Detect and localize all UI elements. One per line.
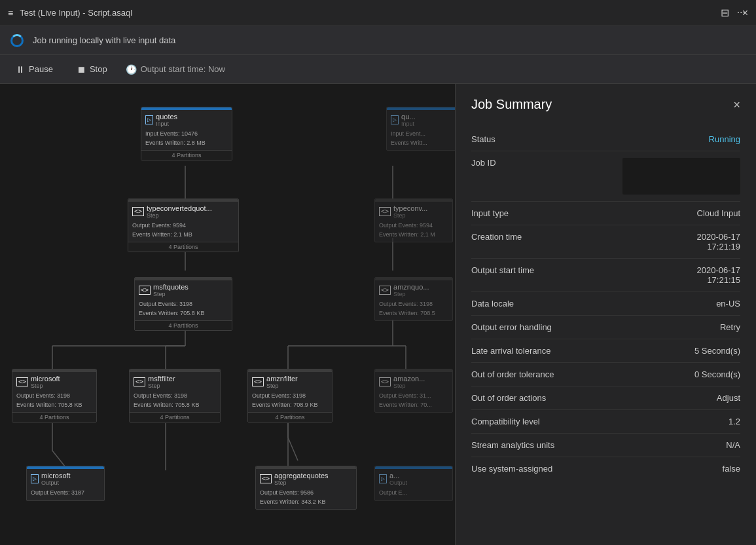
loading-spinner [10, 34, 24, 47]
step-icon5: <> [16, 377, 28, 386]
step-icon1: <> [132, 207, 144, 216]
summary-value: N/A [602, 440, 740, 450]
node-name5: msftquotes [153, 283, 189, 291]
job-id-box [622, 158, 740, 195]
node-a-out[interactable]: ▷ a... Output Output E... [374, 466, 453, 501]
node-typeconverted2[interactable]: <> typeconv... Step Output Events: 9594E… [374, 198, 453, 242]
menu-icon[interactable]: ≡ [8, 8, 13, 18]
status-bar: Job running locally with live input data [0, 26, 756, 55]
node-stats7: Output Events: 3198Events Written: 705.8… [12, 390, 96, 412]
summary-value: 1.2 [602, 417, 740, 426]
node-type12: Step [274, 479, 329, 486]
toolbar: ⏸ Pause ⏹ Stop 🕐 Output start time: Now [0, 55, 756, 84]
node-name: quotes [156, 113, 177, 121]
summary-label: Output error handling [471, 322, 602, 332]
summary-row: Out of order tolerance0 Second(s) [471, 363, 740, 386]
pause-icon: ⏸ [16, 64, 25, 75]
summary-row: Output error handlingRetry [471, 316, 740, 339]
output-start-label: Output start time: Now [141, 64, 225, 74]
window-actions: ⊟ ··· [721, 7, 746, 19]
svg-line-19 [288, 438, 298, 460]
step-icon4: <> [379, 286, 391, 295]
summary-value: false [602, 464, 740, 474]
summary-label: Stream analytics units [471, 440, 602, 450]
node-stats10: Output Events: 31...Events Written: 70..… [375, 390, 452, 412]
node-stats2: Input Event...Events Writt... [387, 128, 455, 150]
summary-label: Use system-assigned [471, 464, 602, 474]
node-name6: amznquo... [393, 283, 429, 291]
node-amznquotes[interactable]: <> amznquo... Step Output Events: 3198Ev… [374, 277, 453, 321]
output-icon1: ▷ [31, 474, 39, 483]
node-microsoft[interactable]: <> microsoft Step Output Events: 3198Eve… [12, 369, 97, 423]
node-partitions8: 4 Partitions [130, 412, 220, 422]
summary-value: 0 Second(s) [602, 369, 740, 379]
step-icon7: <> [252, 377, 264, 386]
pause-button[interactable]: ⏸ Pause [10, 62, 58, 77]
node-msftfilter[interactable]: <> msftfilter Step Output Events: 3198Ev… [129, 369, 221, 423]
stop-button[interactable]: ⏹ Stop [71, 62, 113, 77]
summary-label: Data locale [471, 299, 602, 309]
node-stats13: Output E... [375, 487, 452, 500]
summary-label: Output start time [471, 265, 602, 275]
node-stats5: Output Events: 3198Events Written: 705.8… [135, 299, 232, 320]
summary-row: Creation time2020-06-1717:21:19 [471, 225, 740, 259]
node-quotes2[interactable]: ▷ qu... Input Input Event...Events Writt… [386, 107, 455, 151]
summary-rows: StatusRunningJob IDInput typeCloud Input… [471, 128, 740, 480]
node-name11: microsoft [41, 472, 71, 479]
pause-label: Pause [29, 64, 53, 74]
node-name12: aggregatequotes [274, 472, 329, 479]
node-name2: qu... [401, 113, 415, 121]
summary-row: Data localeen-US [471, 292, 740, 316]
node-type13: Output [389, 479, 407, 486]
summary-value: 2020-06-1717:21:19 [602, 232, 740, 252]
node-name7: microsoft [31, 375, 60, 383]
summary-label: Status [471, 134, 602, 144]
node-stats: Input Events: 10476Events Written: 2.8 M… [141, 128, 232, 150]
panel-close-icon[interactable]: × [733, 99, 740, 111]
node-stats6: Output Events: 3198Events Written: 708.5 [375, 299, 452, 320]
panel-title: Job Summary [471, 97, 552, 112]
node-stats8: Output Events: 3198Events Written: 705.8… [130, 390, 220, 412]
stop-label: Stop [90, 64, 107, 74]
node-type5: Step [153, 291, 189, 297]
summary-label: Late arrival tolerance [471, 346, 602, 356]
summary-value: en-US [602, 299, 740, 309]
node-aggregatequotes[interactable]: <> aggregatequotes Step Output Events: 9… [255, 466, 357, 510]
main-content: ▷ quotes Input Input Events: 10476Events… [0, 84, 756, 545]
summary-row: StatusRunning [471, 128, 740, 151]
node-name9: amznfilter [266, 375, 298, 383]
summary-row: Out of order actionsAdjust [471, 386, 740, 410]
title-bar: ≡ Test (Live Input) - Script.asaql × ⊟ ·… [0, 0, 756, 26]
node-microsoft-out[interactable]: ▷ microsoft Output Output Events: 3187 [26, 466, 105, 501]
tab-title: Test (Live Input) - Script.asaql [20, 8, 736, 18]
node-stats3: Output Events: 9594Events Written: 2.1 M… [128, 220, 238, 242]
node-type6: Step [393, 291, 429, 297]
node-typeconverted1[interactable]: <> typeconvertedquot... Step Output Even… [128, 198, 239, 252]
more-actions-icon[interactable]: ··· [737, 7, 746, 19]
stop-icon: ⏹ [77, 64, 86, 75]
node-type9: Step [266, 383, 298, 389]
summary-value: Adjust [602, 393, 740, 403]
node-name3: typeconvertedquot... [147, 204, 212, 212]
node-stats11: Output Events: 3187 [27, 487, 104, 500]
node-type2: Input [401, 121, 415, 127]
node-type7: Step [31, 383, 60, 389]
panel-header: Job Summary × [471, 97, 740, 112]
node-type8: Step [148, 383, 175, 389]
diagram-area[interactable]: ▷ quotes Input Input Events: 10476Events… [0, 84, 455, 545]
step-icon3: <> [139, 286, 151, 295]
node-stats4: Output Events: 9594Events Written: 2.1 M [375, 220, 452, 242]
split-editor-icon[interactable]: ⊟ [721, 7, 729, 19]
node-partitions5: 4 Partitions [135, 320, 232, 330]
node-type4: Step [393, 212, 427, 219]
node-msftquotes[interactable]: <> msftquotes Step Output Events: 3198Ev… [134, 277, 232, 331]
summary-value: Retry [602, 322, 740, 332]
output-icon2: ▷ [379, 474, 387, 483]
node-amazon[interactable]: <> amazon... Step Output Events: 31...Ev… [374, 369, 453, 413]
node-name4: typeconv... [393, 204, 427, 212]
node-amznfilter[interactable]: <> amznfilter Step Output Events: 3198Ev… [247, 369, 333, 423]
node-quotes1[interactable]: ▷ quotes Input Input Events: 10476Events… [141, 107, 232, 160]
summary-label: Out of order actions [471, 393, 602, 403]
input-icon2: ▷ [391, 115, 399, 124]
node-type: Input [156, 121, 177, 127]
